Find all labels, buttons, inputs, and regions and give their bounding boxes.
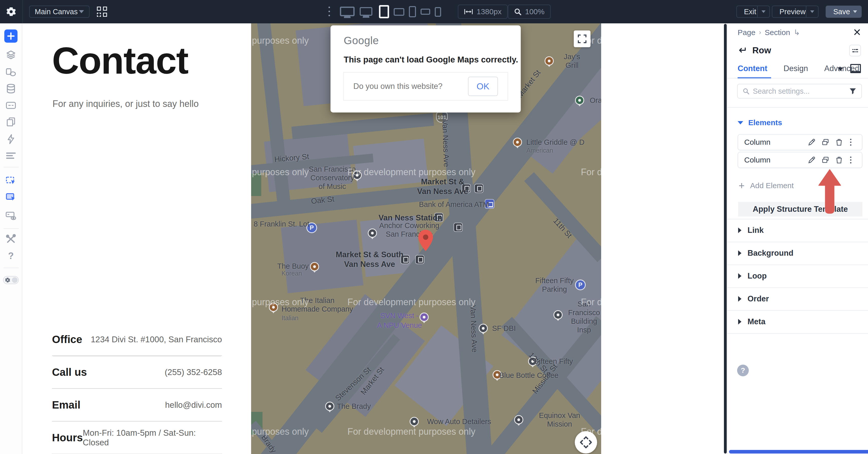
text-lines-icon[interactable] bbox=[6, 152, 16, 160]
tab-content[interactable]: Content bbox=[738, 64, 767, 73]
map-watermark: For development purposes only bbox=[347, 426, 475, 437]
frame-mode-icon[interactable] bbox=[850, 64, 861, 73]
canvas-selector-label: Main Canvas bbox=[35, 8, 78, 16]
tabs-dropdown-icon[interactable] bbox=[838, 67, 843, 71]
map-label: 8 Franklin St. Lot bbox=[254, 220, 309, 228]
toggle-knob bbox=[12, 277, 18, 283]
apply-structure-template-button[interactable]: Apply Structure Template bbox=[738, 202, 862, 217]
map-label: Market St & Van Ness Ave bbox=[417, 177, 468, 196]
device-desktop-small-icon[interactable] bbox=[360, 7, 372, 16]
map-pin-dark bbox=[410, 417, 419, 426]
map-pin-green bbox=[575, 96, 584, 105]
device-tablet-landscape-icon[interactable] bbox=[394, 8, 404, 16]
sidebar-divider bbox=[4, 228, 19, 229]
bottom-accent-bar bbox=[729, 450, 868, 453]
panel-section-order[interactable]: Order bbox=[727, 287, 868, 310]
kebab-menu-icon[interactable] bbox=[846, 137, 856, 147]
kebab-menu-icon[interactable] bbox=[846, 155, 856, 165]
copy-pages-icon[interactable] bbox=[6, 117, 16, 127]
tools-icon[interactable] bbox=[6, 234, 16, 244]
detail-row-call: Call us (255) 352-6258 bbox=[52, 356, 222, 389]
element-row-column-1[interactable]: Column bbox=[738, 134, 862, 150]
trash-icon[interactable] bbox=[834, 137, 844, 147]
map-pin-dark bbox=[514, 415, 523, 424]
panel-help-icon[interactable]: ? bbox=[737, 365, 749, 376]
canvas-width-field[interactable]: 1380px bbox=[458, 5, 507, 19]
exit-button[interactable]: Exit bbox=[736, 6, 770, 18]
save-button[interactable]: Save bbox=[826, 6, 862, 18]
page-title: Contact bbox=[52, 39, 188, 82]
dock-handle-icon[interactable] bbox=[849, 45, 861, 56]
panel-section-meta[interactable]: Meta bbox=[727, 310, 868, 333]
map-pin-transit bbox=[454, 223, 463, 232]
duplicate-icon[interactable] bbox=[820, 155, 831, 165]
map-label: Fifteen Fifty bbox=[534, 357, 573, 366]
edit-pencil-icon[interactable] bbox=[807, 137, 817, 147]
preview-button[interactable]: Preview bbox=[772, 6, 818, 18]
map-pin-dark bbox=[368, 229, 377, 238]
select-module-icon[interactable] bbox=[6, 176, 16, 186]
element-label: Column bbox=[744, 155, 770, 164]
canvas-scrollbar[interactable] bbox=[724, 24, 727, 453]
map-label: The Brady bbox=[337, 402, 371, 410]
settings-toggle[interactable] bbox=[3, 276, 19, 284]
breadcrumb-page[interactable]: Page bbox=[738, 28, 755, 37]
edit-pencil-icon[interactable] bbox=[807, 155, 817, 165]
device-tablet-active-icon[interactable] bbox=[379, 5, 389, 18]
save-dropdown[interactable] bbox=[853, 10, 857, 13]
chevron-right-icon bbox=[738, 296, 741, 302]
sidebar-divider bbox=[4, 267, 19, 268]
exit-dropdown[interactable] bbox=[757, 6, 769, 18]
panel-section-loop[interactable]: Loop bbox=[727, 264, 868, 287]
exit-label: Exit bbox=[744, 8, 757, 16]
panel-section-background[interactable]: Background bbox=[727, 242, 868, 264]
element-row-column-2[interactable]: Column bbox=[738, 152, 862, 168]
gear-icon[interactable] bbox=[6, 6, 17, 17]
chevron-right-icon bbox=[738, 319, 741, 324]
tab-design[interactable]: Design bbox=[783, 64, 808, 73]
map-destination-pin[interactable] bbox=[418, 230, 433, 251]
more-options-icon[interactable] bbox=[329, 7, 330, 17]
zoom-field[interactable]: 100% bbox=[508, 5, 551, 19]
canvas-selector-dropdown[interactable]: Main Canvas bbox=[29, 6, 90, 18]
map-label: Jay's Grill bbox=[558, 52, 587, 69]
ok-button[interactable]: OK bbox=[468, 77, 498, 96]
search-settings-input[interactable]: Search settings... bbox=[737, 84, 862, 98]
toggle-gear-icon bbox=[5, 277, 10, 283]
breadcrumb: Page › Section ↳ bbox=[738, 28, 800, 37]
breadcrumb-section[interactable]: Section bbox=[765, 28, 790, 37]
device-desktop-icon[interactable] bbox=[340, 7, 354, 16]
google-logo: Google bbox=[344, 34, 379, 47]
app-root: Main Canvas 1380px 100% Exit Preview bbox=[0, 0, 868, 454]
map-pin-transit bbox=[415, 255, 424, 264]
layout-grid-icon[interactable] bbox=[97, 7, 107, 17]
duplicate-icon[interactable] bbox=[820, 137, 831, 147]
preview-dropdown[interactable] bbox=[806, 6, 818, 18]
map-fullscreen-button[interactable] bbox=[574, 30, 590, 47]
filter-icon[interactable] bbox=[849, 88, 856, 94]
elements-section-header[interactable]: Elements bbox=[738, 118, 782, 127]
trash-icon[interactable] bbox=[834, 155, 844, 165]
database-icon[interactable] bbox=[6, 84, 16, 94]
map-pan-button[interactable] bbox=[575, 431, 597, 453]
back-arrow-icon[interactable] bbox=[738, 47, 747, 54]
add-element-button[interactable]: + Add Element bbox=[739, 181, 794, 190]
annotation-arrow-red bbox=[818, 169, 841, 214]
detail-value: Mon-Fri: 10am-5pm / Sat-Sun: Closed bbox=[83, 428, 222, 447]
design-assets-icon[interactable] bbox=[6, 67, 16, 77]
device-phone-landscape-icon[interactable] bbox=[421, 9, 430, 15]
panel-section-link[interactable]: Link bbox=[727, 219, 868, 242]
device-phone-small-icon[interactable] bbox=[435, 7, 441, 17]
server-preview-icon[interactable] bbox=[5, 211, 17, 220]
close-icon[interactable]: × bbox=[853, 25, 861, 38]
device-phone-icon[interactable] bbox=[409, 6, 416, 17]
elements-header-label: Elements bbox=[748, 118, 782, 127]
add-module-button[interactable] bbox=[4, 29, 18, 42]
lightning-icon[interactable] bbox=[6, 134, 16, 144]
detail-label: Email bbox=[52, 399, 81, 411]
width-arrows-icon bbox=[464, 9, 473, 15]
form-card-icon[interactable] bbox=[6, 101, 16, 110]
select-section-icon[interactable] bbox=[6, 192, 16, 202]
help-icon[interactable]: ? bbox=[8, 251, 14, 261]
layers-icon[interactable] bbox=[6, 50, 16, 60]
